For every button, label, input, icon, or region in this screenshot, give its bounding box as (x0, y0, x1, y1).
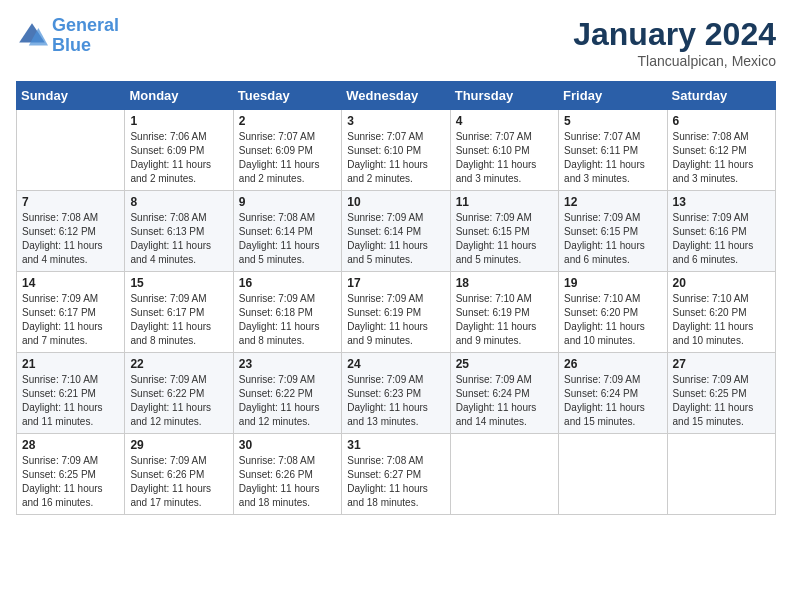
calendar-cell: 26Sunrise: 7:09 AMSunset: 6:24 PMDayligh… (559, 353, 667, 434)
calendar-cell: 9Sunrise: 7:08 AMSunset: 6:14 PMDaylight… (233, 191, 341, 272)
calendar-cell: 3Sunrise: 7:07 AMSunset: 6:10 PMDaylight… (342, 110, 450, 191)
day-info: Sunrise: 7:09 AMSunset: 6:15 PMDaylight:… (456, 211, 553, 267)
logo-icon (16, 20, 48, 52)
day-number: 13 (673, 195, 770, 209)
header-saturday: Saturday (667, 82, 775, 110)
day-info: Sunrise: 7:07 AMSunset: 6:10 PMDaylight:… (347, 130, 444, 186)
page-header: General Blue January 2024 Tlancualpican,… (16, 16, 776, 69)
day-info: Sunrise: 7:08 AMSunset: 6:27 PMDaylight:… (347, 454, 444, 510)
calendar-table: SundayMondayTuesdayWednesdayThursdayFrid… (16, 81, 776, 515)
logo-text: General Blue (52, 16, 119, 56)
day-number: 27 (673, 357, 770, 371)
day-info: Sunrise: 7:09 AMSunset: 6:22 PMDaylight:… (239, 373, 336, 429)
day-info: Sunrise: 7:10 AMSunset: 6:21 PMDaylight:… (22, 373, 119, 429)
day-info: Sunrise: 7:07 AMSunset: 6:10 PMDaylight:… (456, 130, 553, 186)
day-info: Sunrise: 7:09 AMSunset: 6:24 PMDaylight:… (456, 373, 553, 429)
calendar-cell: 14Sunrise: 7:09 AMSunset: 6:17 PMDayligh… (17, 272, 125, 353)
calendar-cell: 13Sunrise: 7:09 AMSunset: 6:16 PMDayligh… (667, 191, 775, 272)
day-number: 16 (239, 276, 336, 290)
day-info: Sunrise: 7:09 AMSunset: 6:17 PMDaylight:… (130, 292, 227, 348)
day-info: Sunrise: 7:07 AMSunset: 6:09 PMDaylight:… (239, 130, 336, 186)
location-subtitle: Tlancualpican, Mexico (573, 53, 776, 69)
day-info: Sunrise: 7:10 AMSunset: 6:20 PMDaylight:… (564, 292, 661, 348)
day-info: Sunrise: 7:08 AMSunset: 6:13 PMDaylight:… (130, 211, 227, 267)
day-number: 6 (673, 114, 770, 128)
day-info: Sunrise: 7:09 AMSunset: 6:25 PMDaylight:… (22, 454, 119, 510)
calendar-cell: 10Sunrise: 7:09 AMSunset: 6:14 PMDayligh… (342, 191, 450, 272)
day-number: 3 (347, 114, 444, 128)
day-number: 17 (347, 276, 444, 290)
day-info: Sunrise: 7:08 AMSunset: 6:12 PMDaylight:… (673, 130, 770, 186)
day-info: Sunrise: 7:09 AMSunset: 6:17 PMDaylight:… (22, 292, 119, 348)
day-number: 10 (347, 195, 444, 209)
day-info: Sunrise: 7:09 AMSunset: 6:23 PMDaylight:… (347, 373, 444, 429)
day-info: Sunrise: 7:09 AMSunset: 6:24 PMDaylight:… (564, 373, 661, 429)
day-info: Sunrise: 7:09 AMSunset: 6:15 PMDaylight:… (564, 211, 661, 267)
calendar-cell (559, 434, 667, 515)
calendar-cell: 17Sunrise: 7:09 AMSunset: 6:19 PMDayligh… (342, 272, 450, 353)
day-number: 15 (130, 276, 227, 290)
calendar-cell (17, 110, 125, 191)
logo: General Blue (16, 16, 119, 56)
calendar-cell: 27Sunrise: 7:09 AMSunset: 6:25 PMDayligh… (667, 353, 775, 434)
day-number: 12 (564, 195, 661, 209)
day-number: 21 (22, 357, 119, 371)
calendar-cell: 12Sunrise: 7:09 AMSunset: 6:15 PMDayligh… (559, 191, 667, 272)
calendar-cell: 28Sunrise: 7:09 AMSunset: 6:25 PMDayligh… (17, 434, 125, 515)
day-info: Sunrise: 7:09 AMSunset: 6:25 PMDaylight:… (673, 373, 770, 429)
header-sunday: Sunday (17, 82, 125, 110)
calendar-cell: 21Sunrise: 7:10 AMSunset: 6:21 PMDayligh… (17, 353, 125, 434)
day-info: Sunrise: 7:09 AMSunset: 6:14 PMDaylight:… (347, 211, 444, 267)
day-info: Sunrise: 7:09 AMSunset: 6:26 PMDaylight:… (130, 454, 227, 510)
calendar-cell (450, 434, 558, 515)
day-info: Sunrise: 7:08 AMSunset: 6:12 PMDaylight:… (22, 211, 119, 267)
calendar-week-row: 21Sunrise: 7:10 AMSunset: 6:21 PMDayligh… (17, 353, 776, 434)
calendar-cell: 4Sunrise: 7:07 AMSunset: 6:10 PMDaylight… (450, 110, 558, 191)
calendar-cell: 29Sunrise: 7:09 AMSunset: 6:26 PMDayligh… (125, 434, 233, 515)
header-thursday: Thursday (450, 82, 558, 110)
day-info: Sunrise: 7:10 AMSunset: 6:19 PMDaylight:… (456, 292, 553, 348)
day-number: 29 (130, 438, 227, 452)
day-number: 5 (564, 114, 661, 128)
calendar-cell: 7Sunrise: 7:08 AMSunset: 6:12 PMDaylight… (17, 191, 125, 272)
day-number: 25 (456, 357, 553, 371)
calendar-cell: 1Sunrise: 7:06 AMSunset: 6:09 PMDaylight… (125, 110, 233, 191)
day-number: 8 (130, 195, 227, 209)
day-number: 24 (347, 357, 444, 371)
day-info: Sunrise: 7:09 AMSunset: 6:16 PMDaylight:… (673, 211, 770, 267)
calendar-cell: 15Sunrise: 7:09 AMSunset: 6:17 PMDayligh… (125, 272, 233, 353)
title-block: January 2024 Tlancualpican, Mexico (573, 16, 776, 69)
calendar-cell: 19Sunrise: 7:10 AMSunset: 6:20 PMDayligh… (559, 272, 667, 353)
day-number: 18 (456, 276, 553, 290)
day-number: 19 (564, 276, 661, 290)
day-info: Sunrise: 7:09 AMSunset: 6:18 PMDaylight:… (239, 292, 336, 348)
calendar-cell: 23Sunrise: 7:09 AMSunset: 6:22 PMDayligh… (233, 353, 341, 434)
calendar-cell: 5Sunrise: 7:07 AMSunset: 6:11 PMDaylight… (559, 110, 667, 191)
day-number: 11 (456, 195, 553, 209)
day-info: Sunrise: 7:08 AMSunset: 6:14 PMDaylight:… (239, 211, 336, 267)
day-number: 30 (239, 438, 336, 452)
day-number: 14 (22, 276, 119, 290)
day-number: 7 (22, 195, 119, 209)
calendar-week-row: 14Sunrise: 7:09 AMSunset: 6:17 PMDayligh… (17, 272, 776, 353)
day-number: 20 (673, 276, 770, 290)
calendar-week-row: 1Sunrise: 7:06 AMSunset: 6:09 PMDaylight… (17, 110, 776, 191)
calendar-cell: 8Sunrise: 7:08 AMSunset: 6:13 PMDaylight… (125, 191, 233, 272)
header-monday: Monday (125, 82, 233, 110)
calendar-week-row: 28Sunrise: 7:09 AMSunset: 6:25 PMDayligh… (17, 434, 776, 515)
calendar-header-row: SundayMondayTuesdayWednesdayThursdayFrid… (17, 82, 776, 110)
calendar-cell: 18Sunrise: 7:10 AMSunset: 6:19 PMDayligh… (450, 272, 558, 353)
header-tuesday: Tuesday (233, 82, 341, 110)
day-info: Sunrise: 7:09 AMSunset: 6:19 PMDaylight:… (347, 292, 444, 348)
calendar-cell (667, 434, 775, 515)
day-number: 26 (564, 357, 661, 371)
day-number: 22 (130, 357, 227, 371)
day-info: Sunrise: 7:07 AMSunset: 6:11 PMDaylight:… (564, 130, 661, 186)
header-wednesday: Wednesday (342, 82, 450, 110)
day-info: Sunrise: 7:10 AMSunset: 6:20 PMDaylight:… (673, 292, 770, 348)
calendar-cell: 11Sunrise: 7:09 AMSunset: 6:15 PMDayligh… (450, 191, 558, 272)
calendar-week-row: 7Sunrise: 7:08 AMSunset: 6:12 PMDaylight… (17, 191, 776, 272)
day-info: Sunrise: 7:09 AMSunset: 6:22 PMDaylight:… (130, 373, 227, 429)
day-info: Sunrise: 7:06 AMSunset: 6:09 PMDaylight:… (130, 130, 227, 186)
calendar-cell: 22Sunrise: 7:09 AMSunset: 6:22 PMDayligh… (125, 353, 233, 434)
